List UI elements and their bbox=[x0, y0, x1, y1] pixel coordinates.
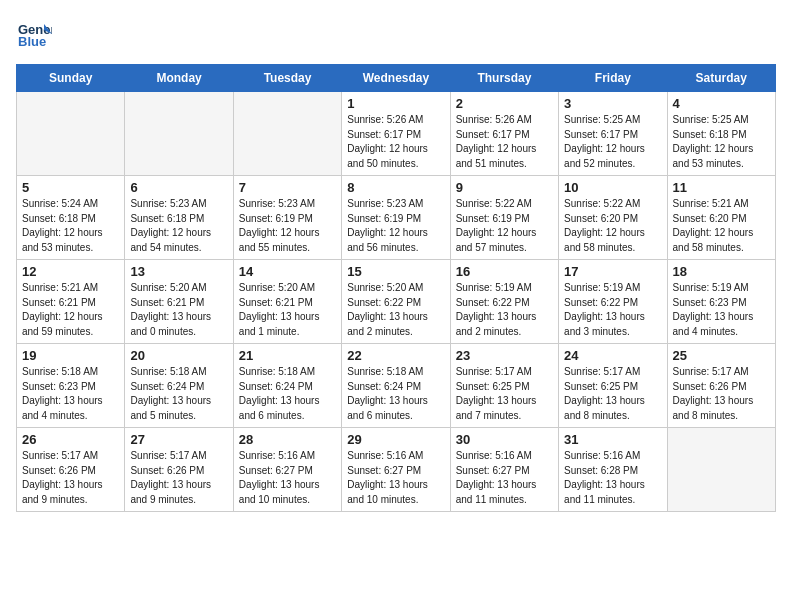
day-number: 28 bbox=[239, 432, 336, 447]
calendar-cell: 14Sunrise: 5:20 AMSunset: 6:21 PMDayligh… bbox=[233, 260, 341, 344]
calendar-cell: 16Sunrise: 5:19 AMSunset: 6:22 PMDayligh… bbox=[450, 260, 558, 344]
day-info: Sunrise: 5:20 AMSunset: 6:22 PMDaylight:… bbox=[347, 281, 444, 339]
day-info: Sunrise: 5:19 AMSunset: 6:22 PMDaylight:… bbox=[456, 281, 553, 339]
day-number: 11 bbox=[673, 180, 770, 195]
weekday-header: Thursday bbox=[450, 65, 558, 92]
day-info: Sunrise: 5:18 AMSunset: 6:23 PMDaylight:… bbox=[22, 365, 119, 423]
day-number: 8 bbox=[347, 180, 444, 195]
calendar-cell: 25Sunrise: 5:17 AMSunset: 6:26 PMDayligh… bbox=[667, 344, 775, 428]
calendar-cell: 21Sunrise: 5:18 AMSunset: 6:24 PMDayligh… bbox=[233, 344, 341, 428]
day-number: 6 bbox=[130, 180, 227, 195]
svg-text:Blue: Blue bbox=[18, 34, 46, 49]
day-info: Sunrise: 5:24 AMSunset: 6:18 PMDaylight:… bbox=[22, 197, 119, 255]
day-number: 2 bbox=[456, 96, 553, 111]
calendar-cell: 24Sunrise: 5:17 AMSunset: 6:25 PMDayligh… bbox=[559, 344, 667, 428]
calendar-week-row: 19Sunrise: 5:18 AMSunset: 6:23 PMDayligh… bbox=[17, 344, 776, 428]
calendar-cell: 27Sunrise: 5:17 AMSunset: 6:26 PMDayligh… bbox=[125, 428, 233, 512]
day-info: Sunrise: 5:21 AMSunset: 6:21 PMDaylight:… bbox=[22, 281, 119, 339]
calendar-cell: 31Sunrise: 5:16 AMSunset: 6:28 PMDayligh… bbox=[559, 428, 667, 512]
calendar-cell: 1Sunrise: 5:26 AMSunset: 6:17 PMDaylight… bbox=[342, 92, 450, 176]
day-number: 9 bbox=[456, 180, 553, 195]
calendar-cell bbox=[125, 92, 233, 176]
day-number: 21 bbox=[239, 348, 336, 363]
page-header: General Blue bbox=[16, 16, 776, 52]
calendar-cell: 20Sunrise: 5:18 AMSunset: 6:24 PMDayligh… bbox=[125, 344, 233, 428]
calendar-cell: 17Sunrise: 5:19 AMSunset: 6:22 PMDayligh… bbox=[559, 260, 667, 344]
day-info: Sunrise: 5:17 AMSunset: 6:25 PMDaylight:… bbox=[456, 365, 553, 423]
day-info: Sunrise: 5:25 AMSunset: 6:18 PMDaylight:… bbox=[673, 113, 770, 171]
day-info: Sunrise: 5:19 AMSunset: 6:22 PMDaylight:… bbox=[564, 281, 661, 339]
calendar-cell: 10Sunrise: 5:22 AMSunset: 6:20 PMDayligh… bbox=[559, 176, 667, 260]
day-info: Sunrise: 5:23 AMSunset: 6:19 PMDaylight:… bbox=[239, 197, 336, 255]
calendar-cell: 22Sunrise: 5:18 AMSunset: 6:24 PMDayligh… bbox=[342, 344, 450, 428]
day-number: 1 bbox=[347, 96, 444, 111]
day-number: 18 bbox=[673, 264, 770, 279]
day-info: Sunrise: 5:18 AMSunset: 6:24 PMDaylight:… bbox=[130, 365, 227, 423]
weekday-header: Friday bbox=[559, 65, 667, 92]
logo-icon: General Blue bbox=[16, 16, 52, 52]
calendar-week-row: 1Sunrise: 5:26 AMSunset: 6:17 PMDaylight… bbox=[17, 92, 776, 176]
day-number: 27 bbox=[130, 432, 227, 447]
day-info: Sunrise: 5:21 AMSunset: 6:20 PMDaylight:… bbox=[673, 197, 770, 255]
day-info: Sunrise: 5:20 AMSunset: 6:21 PMDaylight:… bbox=[239, 281, 336, 339]
calendar-cell: 4Sunrise: 5:25 AMSunset: 6:18 PMDaylight… bbox=[667, 92, 775, 176]
calendar-cell: 18Sunrise: 5:19 AMSunset: 6:23 PMDayligh… bbox=[667, 260, 775, 344]
day-number: 3 bbox=[564, 96, 661, 111]
day-number: 7 bbox=[239, 180, 336, 195]
calendar-cell: 8Sunrise: 5:23 AMSunset: 6:19 PMDaylight… bbox=[342, 176, 450, 260]
day-info: Sunrise: 5:19 AMSunset: 6:23 PMDaylight:… bbox=[673, 281, 770, 339]
logo: General Blue bbox=[16, 16, 52, 52]
day-number: 22 bbox=[347, 348, 444, 363]
day-number: 12 bbox=[22, 264, 119, 279]
day-info: Sunrise: 5:17 AMSunset: 6:25 PMDaylight:… bbox=[564, 365, 661, 423]
calendar-cell: 11Sunrise: 5:21 AMSunset: 6:20 PMDayligh… bbox=[667, 176, 775, 260]
calendar-cell bbox=[17, 92, 125, 176]
day-info: Sunrise: 5:16 AMSunset: 6:28 PMDaylight:… bbox=[564, 449, 661, 507]
day-info: Sunrise: 5:17 AMSunset: 6:26 PMDaylight:… bbox=[22, 449, 119, 507]
day-number: 24 bbox=[564, 348, 661, 363]
day-number: 19 bbox=[22, 348, 119, 363]
day-number: 29 bbox=[347, 432, 444, 447]
day-number: 31 bbox=[564, 432, 661, 447]
day-number: 10 bbox=[564, 180, 661, 195]
day-info: Sunrise: 5:16 AMSunset: 6:27 PMDaylight:… bbox=[347, 449, 444, 507]
day-number: 13 bbox=[130, 264, 227, 279]
day-number: 26 bbox=[22, 432, 119, 447]
day-info: Sunrise: 5:23 AMSunset: 6:19 PMDaylight:… bbox=[347, 197, 444, 255]
calendar-cell: 7Sunrise: 5:23 AMSunset: 6:19 PMDaylight… bbox=[233, 176, 341, 260]
calendar-table: SundayMondayTuesdayWednesdayThursdayFrid… bbox=[16, 64, 776, 512]
calendar-cell: 19Sunrise: 5:18 AMSunset: 6:23 PMDayligh… bbox=[17, 344, 125, 428]
calendar-cell: 23Sunrise: 5:17 AMSunset: 6:25 PMDayligh… bbox=[450, 344, 558, 428]
calendar-week-row: 5Sunrise: 5:24 AMSunset: 6:18 PMDaylight… bbox=[17, 176, 776, 260]
day-info: Sunrise: 5:26 AMSunset: 6:17 PMDaylight:… bbox=[347, 113, 444, 171]
calendar-cell: 12Sunrise: 5:21 AMSunset: 6:21 PMDayligh… bbox=[17, 260, 125, 344]
day-info: Sunrise: 5:17 AMSunset: 6:26 PMDaylight:… bbox=[673, 365, 770, 423]
day-info: Sunrise: 5:23 AMSunset: 6:18 PMDaylight:… bbox=[130, 197, 227, 255]
day-number: 17 bbox=[564, 264, 661, 279]
day-number: 25 bbox=[673, 348, 770, 363]
calendar-cell: 29Sunrise: 5:16 AMSunset: 6:27 PMDayligh… bbox=[342, 428, 450, 512]
calendar-cell: 15Sunrise: 5:20 AMSunset: 6:22 PMDayligh… bbox=[342, 260, 450, 344]
day-info: Sunrise: 5:26 AMSunset: 6:17 PMDaylight:… bbox=[456, 113, 553, 171]
calendar-week-row: 12Sunrise: 5:21 AMSunset: 6:21 PMDayligh… bbox=[17, 260, 776, 344]
day-info: Sunrise: 5:18 AMSunset: 6:24 PMDaylight:… bbox=[347, 365, 444, 423]
calendar-cell: 28Sunrise: 5:16 AMSunset: 6:27 PMDayligh… bbox=[233, 428, 341, 512]
calendar-cell: 5Sunrise: 5:24 AMSunset: 6:18 PMDaylight… bbox=[17, 176, 125, 260]
calendar-cell bbox=[667, 428, 775, 512]
weekday-header: Tuesday bbox=[233, 65, 341, 92]
day-info: Sunrise: 5:16 AMSunset: 6:27 PMDaylight:… bbox=[239, 449, 336, 507]
day-info: Sunrise: 5:18 AMSunset: 6:24 PMDaylight:… bbox=[239, 365, 336, 423]
calendar-cell: 9Sunrise: 5:22 AMSunset: 6:19 PMDaylight… bbox=[450, 176, 558, 260]
day-number: 30 bbox=[456, 432, 553, 447]
day-number: 23 bbox=[456, 348, 553, 363]
day-number: 20 bbox=[130, 348, 227, 363]
day-info: Sunrise: 5:16 AMSunset: 6:27 PMDaylight:… bbox=[456, 449, 553, 507]
day-info: Sunrise: 5:22 AMSunset: 6:19 PMDaylight:… bbox=[456, 197, 553, 255]
calendar-cell: 6Sunrise: 5:23 AMSunset: 6:18 PMDaylight… bbox=[125, 176, 233, 260]
day-info: Sunrise: 5:22 AMSunset: 6:20 PMDaylight:… bbox=[564, 197, 661, 255]
weekday-header-row: SundayMondayTuesdayWednesdayThursdayFrid… bbox=[17, 65, 776, 92]
calendar-cell: 26Sunrise: 5:17 AMSunset: 6:26 PMDayligh… bbox=[17, 428, 125, 512]
weekday-header: Monday bbox=[125, 65, 233, 92]
day-info: Sunrise: 5:17 AMSunset: 6:26 PMDaylight:… bbox=[130, 449, 227, 507]
day-number: 15 bbox=[347, 264, 444, 279]
